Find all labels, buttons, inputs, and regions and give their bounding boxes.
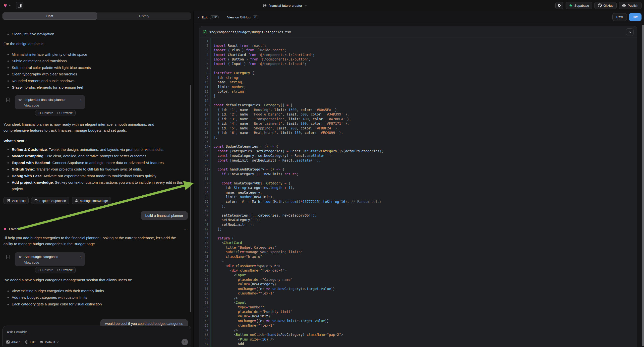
code-line: 54 value={newCategory}	[200, 282, 637, 286]
code-line: 29 const handleAddCategory = () => {	[200, 167, 637, 172]
code-line: 31	[200, 176, 637, 181]
code-line: 8interface Category {	[200, 71, 637, 75]
code-line: 49 >	[200, 259, 637, 263]
explore-supabase-button[interactable]: Explore Supabase	[31, 197, 69, 204]
version-card-add-budget-categories[interactable]: <> Add budget categories › View code	[15, 252, 85, 266]
fold-caret-icon[interactable]	[209, 105, 210, 106]
help-paragraph: I'll help you add budget categories to t…	[4, 235, 182, 247]
bookmark-icon[interactable]	[6, 98, 10, 102]
globe-icon	[263, 4, 266, 8]
code-line: 10 name: string;	[200, 80, 637, 84]
bookmark-icon[interactable]	[6, 255, 10, 259]
project-name: financial-future-creator	[268, 4, 302, 8]
code-line: 38	[200, 208, 637, 213]
raw-toggle-button[interactable]: Raw	[612, 13, 627, 21]
code-icon: <>	[18, 255, 22, 259]
fold-caret-icon[interactable]	[209, 183, 210, 184]
diff-toggle-button[interactable]: Diff	[629, 13, 642, 21]
code-line: 66 <Plus size={16} />	[200, 337, 637, 341]
send-button[interactable]: ↑	[182, 339, 188, 345]
restore-button[interactable]: ↺Restore	[36, 268, 55, 272]
github-icon	[598, 4, 602, 8]
edit-mode-button[interactable]: Edit	[25, 340, 35, 344]
chat-scroll-area[interactable]: Clean, intuitive navigation For the desi…	[0, 20, 194, 347]
assistant-name: Lovable	[9, 227, 21, 231]
github-label: GitHub	[604, 4, 614, 8]
code-line: 57 />	[200, 296, 637, 300]
code-scrollbar[interactable]	[642, 25, 644, 346]
manage-knowledge-button[interactable]: Manage knowledge	[72, 197, 111, 204]
assistant-header-row: ♥ Lovable ···	[4, 226, 188, 232]
collapse-file-button[interactable]	[626, 28, 634, 36]
settings-button[interactable]	[556, 2, 563, 9]
logo-chevron-down-icon[interactable]	[8, 4, 11, 7]
visit-docs-button[interactable]: Visit docs	[4, 197, 29, 204]
bullet-list-partial: Clean, intuitive navigation	[4, 31, 186, 37]
fold-caret-icon[interactable]	[209, 169, 210, 170]
code-line: 23	[200, 140, 637, 144]
file-diff-card: src/components/budget/BudgetCategories.t…	[199, 26, 637, 347]
lovable-logo-icon[interactable]: ♥	[4, 2, 7, 8]
file-added-icon	[203, 30, 206, 34]
preview-button[interactable]: Preview	[55, 268, 74, 272]
chat-input-box[interactable]: Ask Lovable... Attach Edit Default ↑	[2, 326, 191, 347]
code-line: 7	[200, 66, 637, 71]
project-switcher[interactable]: financial-future-creator	[263, 0, 307, 11]
list-item: Add project knowledge: Set key context o…	[4, 179, 188, 192]
list-item: Minimalist interface with plenty of whit…	[4, 51, 186, 58]
fold-caret-icon[interactable]	[209, 146, 210, 147]
mode-selector[interactable]: Default	[40, 340, 59, 344]
preview-button[interactable]: Preview	[55, 111, 74, 115]
code-line: 11 limit: number;	[200, 84, 637, 89]
code-line: 58 <Input	[200, 300, 637, 305]
code-line: 36 color: '#' + Math.floor(Math.random()…	[200, 199, 637, 204]
list-item: Debug with Ease: Activate our experiment…	[4, 173, 188, 179]
tab-chat[interactable]: Chat	[2, 12, 97, 20]
chat-scrollbar[interactable]	[190, 85, 191, 312]
chevron-right-icon: ›	[80, 98, 82, 102]
code-line: 60 placeholder="Monthly limit"	[200, 310, 637, 314]
list-item: Refine & Customize: Tweak the design, an…	[4, 146, 188, 153]
added-bullet-list: View existing budget categories with the…	[4, 288, 186, 308]
external-link-icon	[57, 112, 60, 114]
view-code-link[interactable]: View code	[24, 260, 82, 264]
file-path-row[interactable]: src/components/budget/BudgetCategories.t…	[200, 26, 637, 38]
supabase-label: Supabase	[574, 4, 589, 8]
fold-caret-icon[interactable]	[209, 73, 210, 74]
publish-button[interactable]: Publish	[619, 2, 642, 9]
code-line: 46 title="Budget Categories"	[200, 245, 637, 250]
external-link-icon	[57, 268, 60, 272]
code-line: 28	[200, 162, 637, 167]
restore-icon: ↺	[38, 111, 41, 115]
code-line: 4import ChartCard from '@/components/ui/…	[200, 52, 637, 57]
message-more-button[interactable]: ···	[184, 227, 188, 231]
code-line: 20 { id: '5', name: 'Shopping', limit: 2…	[200, 126, 637, 130]
supabase-button[interactable]: Supabase	[566, 2, 592, 9]
tab-history[interactable]: History	[97, 12, 191, 20]
attach-button[interactable]: Attach	[6, 340, 20, 344]
list-item: Glass-morphic elements for a premium fee…	[4, 84, 186, 90]
toggle-sidebar-button[interactable]	[16, 2, 24, 9]
view-code-link[interactable]: View code	[24, 104, 82, 107]
code-line: 45 <ChartCard	[200, 240, 637, 245]
publish-globe-icon	[622, 4, 626, 8]
version-card-implement-financial-planner[interactable]: <> Implement financial planner › View co…	[15, 95, 85, 109]
lovable-app: ♥ financial-future-creator	[0, 0, 644, 347]
knowledge-box-icon	[75, 199, 78, 202]
esc-key-hint: ESC	[210, 16, 219, 19]
code-line: 32 const newCategoryObj: Category = {	[200, 181, 637, 186]
whats-next-heading: What's next?	[4, 138, 186, 144]
view-on-github-button[interactable]: View on GitHub	[227, 16, 250, 19]
code-line: 18 { id: '3', name: 'Transportation', li…	[200, 116, 637, 121]
code-line: 40 setNewCategory('');	[200, 218, 637, 222]
code-editor-view[interactable]: 12import React from 'react';3import { Pl…	[200, 38, 637, 347]
restore-button[interactable]: ↺Restore	[36, 111, 55, 115]
external-link-icon	[7, 199, 10, 202]
design-aesthetic-heading: For the design aesthetic:	[4, 41, 186, 47]
github-button[interactable]: GitHub	[594, 2, 616, 9]
exit-button[interactable]: Exit	[202, 16, 208, 19]
chevron-down-icon	[304, 4, 307, 7]
code-line: 2import React from 'react';	[200, 43, 637, 48]
code-line: 55 onChange={(e) => setNewCategory(e.tar…	[200, 286, 637, 291]
ready-paragraph: Your sleek financial planner is now read…	[4, 122, 175, 133]
